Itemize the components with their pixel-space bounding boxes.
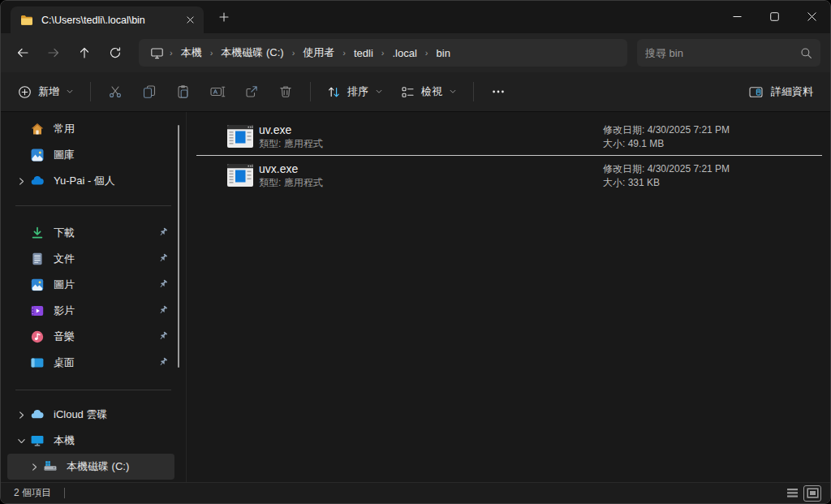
rename-button[interactable] (200, 77, 235, 106)
content-area: 常用 圖庫 Yu-Pai - 個人 (1, 112, 830, 482)
maximize-button[interactable] (756, 1, 793, 32)
toolbar-divider (90, 82, 91, 101)
details-view-toggle[interactable] (784, 486, 800, 501)
exe-file-icon (226, 124, 254, 149)
documents-icon (30, 252, 45, 266)
sidebar-item-music[interactable]: 音樂 (7, 324, 174, 350)
minimize-icon (733, 12, 742, 21)
toolbar-divider (473, 82, 474, 101)
view-button[interactable]: 檢視 (392, 77, 466, 106)
cut-button[interactable] (98, 77, 132, 106)
copy-icon (142, 84, 157, 99)
this-pc-icon (145, 46, 167, 60)
sidebar-item-label: 影片 (54, 304, 75, 318)
gallery-icon (30, 148, 45, 162)
file-row-uvx-exe[interactable]: uvx.exe 類型: 應用程式 修改日期: 4/30/2025 7:21 PM… (187, 156, 830, 194)
file-type: 類型: 應用程式 (259, 139, 323, 149)
view-icon (401, 85, 415, 99)
sidebar-item-this-pc[interactable]: 本機 (7, 428, 174, 454)
close-icon (807, 12, 816, 21)
sidebar-item-onedrive[interactable]: Yu-Pai - 個人 (7, 168, 174, 194)
onedrive-icon (30, 174, 45, 188)
toolbar-divider (310, 82, 311, 101)
breadcrumb-tedli[interactable]: tedli (348, 45, 379, 62)
chevron-right-icon[interactable] (12, 408, 30, 421)
navigation-bar: › 本機 › 本機磁碟 (C:) › 使用者 › tedli › .local … (1, 33, 830, 72)
new-button-label: 新增 (38, 84, 59, 99)
item-count: 2 個項目 (14, 486, 51, 500)
sidebar-item-label: 圖片 (54, 278, 75, 292)
forward-button[interactable] (38, 38, 69, 67)
breadcrumb-local[interactable]: .local (387, 45, 423, 62)
videos-icon (30, 304, 45, 318)
pin-icon (158, 253, 168, 263)
breadcrumb-separator: › (167, 48, 175, 58)
details-pane-button[interactable]: 詳細資料 (740, 77, 822, 106)
more-options-button[interactable] (481, 77, 515, 106)
sidebar-item-desktop[interactable]: 桌面 (7, 350, 174, 376)
exe-file-icon (226, 163, 254, 187)
chevron-right-icon[interactable] (25, 460, 43, 473)
close-window-button[interactable] (793, 1, 830, 32)
breadcrumb-users[interactable]: 使用者 (297, 43, 340, 62)
sidebar-separator (15, 205, 171, 206)
sidebar-item-home[interactable]: 常用 (7, 116, 174, 142)
copy-button[interactable] (132, 77, 166, 106)
sidebar-item-local-disk-c[interactable]: 本機磁碟 (C:) (7, 454, 174, 480)
command-toolbar: 新增 排序 檢視 (1, 72, 830, 112)
explorer-tab[interactable]: C:\Users\tedli\.local\bin (11, 6, 204, 33)
sort-button-label: 排序 (347, 84, 368, 99)
arrow-left-icon (16, 46, 29, 59)
up-button[interactable] (69, 38, 100, 67)
new-tab-button[interactable] (212, 5, 236, 29)
desktop-icon (30, 355, 45, 370)
window-controls (718, 1, 830, 32)
search-icon (800, 47, 812, 59)
pin-icon (158, 331, 168, 341)
file-size: 大小: 49.1 MB (603, 138, 730, 148)
downloads-icon (30, 226, 45, 240)
minimize-button[interactable] (718, 1, 756, 32)
sidebar-item-icloud[interactable]: iCloud 雲碟 (7, 402, 174, 428)
chevron-right-icon[interactable] (12, 174, 30, 187)
sidebar-separator (15, 390, 171, 390)
file-row-uv-exe[interactable]: uv.exe 類型: 應用程式 修改日期: 4/30/2025 7:21 PM … (187, 117, 830, 155)
breadcrumb-local-disk-c[interactable]: 本機磁碟 (C:) (215, 43, 289, 62)
sidebar-item-downloads[interactable]: 下載 (7, 220, 174, 246)
sort-button[interactable]: 排序 (318, 77, 392, 106)
sidebar-scrollbar[interactable] (178, 125, 179, 368)
search-input[interactable] (645, 47, 800, 59)
status-bar: 2 個項目 (1, 482, 830, 503)
chevron-down-icon (375, 88, 383, 96)
chevron-down-icon[interactable] (12, 434, 30, 447)
file-name: uvx.exe (259, 163, 323, 174)
list-view-icon (786, 488, 799, 498)
titlebar: C:\Users\tedli\.local\bin (1, 1, 830, 33)
music-icon (30, 330, 45, 344)
chevron-down-icon (449, 88, 457, 96)
sidebar-item-pictures[interactable]: 圖片 (7, 272, 174, 298)
arrow-up-icon (78, 46, 91, 59)
sidebar-item-gallery[interactable]: 圖庫 (7, 142, 174, 168)
sidebar-item-label: Yu-Pai - 個人 (54, 174, 115, 188)
share-button[interactable] (235, 77, 269, 106)
file-name: uv.exe (259, 124, 323, 136)
large-icons-view-toggle[interactable] (804, 486, 820, 501)
tab-close-button[interactable] (181, 11, 199, 29)
sidebar-item-documents[interactable]: 文件 (7, 246, 174, 272)
tab-title: C:\Users\tedli\.local\bin (41, 15, 173, 26)
breadcrumb-bin[interactable]: bin (431, 45, 456, 62)
back-button[interactable] (7, 38, 38, 67)
search-box (637, 39, 820, 67)
breadcrumb-this-pc[interactable]: 本機 (175, 43, 208, 62)
delete-button[interactable] (269, 77, 303, 106)
pin-icon (158, 305, 168, 315)
paste-button[interactable] (166, 77, 200, 106)
new-button[interactable]: 新增 (9, 77, 83, 106)
sidebar-item-videos[interactable]: 影片 (7, 298, 174, 324)
icloud-icon (30, 407, 45, 422)
chevron-down-icon (66, 88, 74, 96)
refresh-button[interactable] (100, 38, 131, 67)
address-bar[interactable]: › 本機 › 本機磁碟 (C:) › 使用者 › tedli › .local … (139, 39, 627, 67)
folder-icon (20, 14, 33, 27)
